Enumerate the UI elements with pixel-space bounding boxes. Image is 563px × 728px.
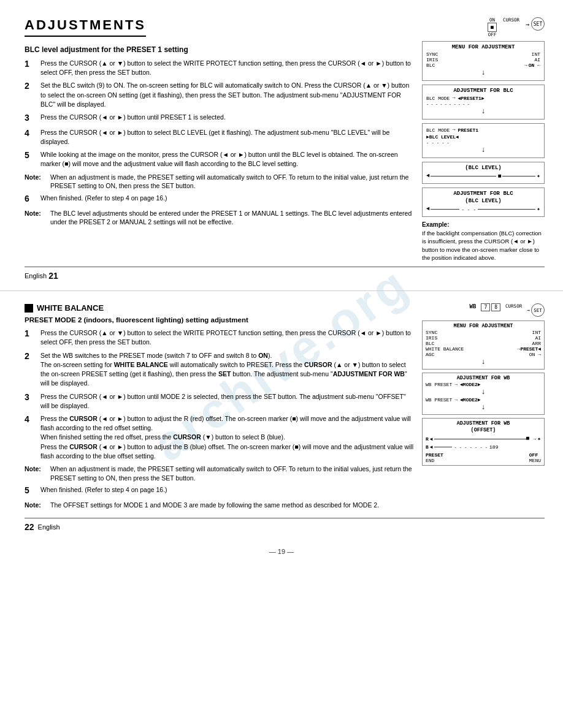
- step6-list: 6 When finished. (Refer to step 4 on pag…: [25, 194, 416, 205]
- wb-step-4: 4 Press the CURSOR (◄ or ►) button to ad…: [25, 414, 416, 461]
- wb-note-1: Note: When an adjustment is made, the PR…: [25, 464, 416, 482]
- wb-step-5: 5 When finished. (Refer to step 4 on pag…: [25, 485, 416, 497]
- step-num-6: 6: [25, 193, 37, 205]
- wb-step-text-4: Press the CURSOR (◄ or ►) button to adju…: [40, 414, 416, 461]
- wb-preset-row1: WB PRESET→◄MODE2►: [426, 382, 541, 387]
- step-5: 5 While looking at the image on the moni…: [25, 150, 416, 169]
- step-2: 2 Set the BLC switch (9) to ON. The on-s…: [25, 81, 416, 109]
- r-slider-row: R ◄ ■ → ✦: [426, 435, 541, 442]
- set-circle-wb: SET: [531, 303, 545, 317]
- wb-section-title: WHITE BALANCE: [25, 303, 416, 313]
- arrow-down-1: ↓: [426, 69, 540, 77]
- blc-level-box: (BLC LEVEL) ◄ ■ ✦: [422, 162, 545, 184]
- wb-arrow-down-3: ↓: [426, 404, 541, 411]
- wb-menu-adj-box: MENU FOR ADJUSTMENT SYNCINT IRISAI BLCAR…: [422, 320, 545, 370]
- step-3: 3 Press the CURSOR (◄ or ►) button until…: [25, 113, 416, 124]
- wb-instruction-list: 1 Press the CURSOR (▲ or ▼) button to se…: [25, 328, 416, 461]
- example-label: Example:: [422, 221, 449, 228]
- wb-on: ON →: [483, 352, 541, 357]
- wb-sub-heading: PRESET MODE 2 (indoors, fluorescent ligh…: [25, 316, 416, 324]
- example-text: If the backlight compensation (BLC) corr…: [422, 230, 542, 261]
- wb-wb: WHITE BALANCE: [426, 346, 483, 352]
- step-4: 4 Press the CURSOR (◄ or ►) button to se…: [25, 128, 416, 146]
- note-1: Note: When an adjustment is made, the PR…: [25, 173, 416, 191]
- left-col-bottom: WHITE BALANCE PRESET MODE 2 (indoors, fl…: [25, 303, 416, 513]
- int-label: INT: [483, 51, 540, 57]
- page-container: archive.org ADJUSTMENTS BLC level adjust…: [0, 0, 563, 728]
- adj-wb-label: ADJUSTMENT FOR WB: [426, 375, 541, 381]
- page-num-top: 21: [48, 271, 58, 281]
- step-text-5: While looking at the image on the monito…: [40, 150, 416, 169]
- right-col-bottom: WB 7 8 CURSOR → SET MENU FOR ADJUSTMENT: [422, 303, 545, 513]
- arrow-down-2: ↓: [426, 108, 540, 115]
- example-block: Example: If the backlight compensation (…: [422, 221, 545, 262]
- blc-level-sub-label: (BLC LEVEL): [426, 198, 540, 204]
- step-text-6: When finished. (Refer to step 4 on page …: [40, 194, 416, 205]
- note-bottom-text-1: The BLC level adjustments should be ente…: [50, 209, 416, 227]
- wb-blc-m: BLC: [426, 341, 483, 346]
- preset-end-block: PRESET END: [426, 452, 443, 463]
- wb-arr: ARR: [483, 341, 541, 346]
- instruction-list-top: 1 Press the CURSOR (▲ or ▼) button to se…: [25, 59, 416, 169]
- right-col-top: ON ■ OFF CURSOR → SET MENU FOR ADJUSTMEN…: [422, 17, 545, 262]
- page-title: ADJUSTMENTS: [25, 17, 146, 37]
- blc-level-label: (BLC LEVEL): [426, 165, 540, 171]
- off-menu-block: OFF MENU: [529, 452, 541, 463]
- step-num-1: 1: [25, 58, 37, 77]
- wb-step-1: 1 Press the CURSOR (▲ or ▼) button to se…: [25, 328, 416, 347]
- note-label-1: Note:: [25, 173, 48, 191]
- step-text-2: Set the BLC switch (9) to ON. The on-scr…: [40, 81, 416, 109]
- cursor-label-top: CURSOR: [503, 17, 519, 23]
- center-page-num: — 19 —: [0, 542, 563, 560]
- note-bottom-1: Note: The BLC level adjustments should b…: [25, 209, 416, 227]
- adj-wb-offset-label: ADJUSTMENT FOR WB: [426, 420, 541, 427]
- step-num-3: 3: [25, 112, 37, 124]
- wb-preset-row2: WB PRESET→◄MODE2►: [426, 397, 541, 403]
- wb-title-text: WHITE BALANCE: [37, 303, 104, 313]
- page-num-bar-top: English 21: [25, 267, 545, 284]
- page-num-bottom-suffix: English: [38, 523, 60, 531]
- page-num-bottom-num: 22: [25, 522, 34, 532]
- sw7: 7: [481, 303, 490, 311]
- preset-end-row: PRESET END OFF MENU: [426, 452, 541, 463]
- adj-blc-box: ADJUSTMENT FOR BLC BLC MODE → ◄PRESET1► …: [422, 85, 545, 119]
- wb-step-num-1: 1: [25, 328, 37, 347]
- page-num-prefix-top: English: [25, 272, 47, 279]
- bottom-section: WHITE BALANCE PRESET MODE 2 (indoors, fl…: [0, 291, 563, 542]
- wb-step-3: 3 Press the CURSOR (◄ or ►) button until…: [25, 392, 416, 411]
- blc-mode-row: BLC MODE → ◄PRESET1►: [426, 95, 540, 101]
- page-num-bar-bottom: 22 English: [25, 518, 545, 536]
- wb-iris: IRIS: [426, 335, 483, 341]
- blc-mode-row2: BLC MODE → PRESET1: [426, 127, 540, 133]
- menu-adj-label: MENU FOR ADJUSTMENT: [426, 44, 540, 50]
- wb-top-diagram: WB 7 8 CURSOR → SET: [422, 303, 545, 317]
- wb-step-text-3: Press the CURSOR (◄ or ►) button until M…: [40, 392, 416, 411]
- wb-step-num-5: 5: [25, 485, 37, 497]
- wb-arrow-down-2: ↓: [426, 389, 541, 396]
- wb-step-text-5: When finished. (Refer to step 4 on page …: [40, 485, 416, 497]
- top-section: ADJUSTMENTS BLC level adjustment for the…: [0, 0, 563, 291]
- note-bottom-label-1: Note:: [25, 209, 48, 227]
- wb-int: INT: [483, 330, 541, 335]
- blc-level-row: ►BLC LEVEL◄: [426, 134, 540, 140]
- wb-arrow-down-1: ↓: [426, 358, 541, 366]
- blc-slider-row: ◄ ■ ✦: [426, 172, 540, 180]
- wb-cursor-arrow: → SET: [527, 303, 545, 317]
- blc-label: BLC: [426, 63, 483, 68]
- adj-blc-label: ADJUSTMENT FOR BLC: [426, 88, 540, 94]
- wb-step-num-3: 3: [25, 392, 37, 411]
- wb-step5-list: 5 When finished. (Refer to step 4 on pag…: [25, 485, 416, 497]
- blc-dashes: - - - - - - - - - -: [426, 102, 540, 107]
- step-text-1: Press the CURSOR (▲ or ▼) button to sele…: [40, 59, 416, 77]
- wb-step-num-2: 2: [25, 351, 37, 389]
- cursor-wb-label: CURSOR: [505, 303, 522, 309]
- iris-label: IRIS: [426, 57, 483, 63]
- wb-label: WB: [470, 303, 477, 309]
- wb-switches: 7 8: [481, 303, 500, 311]
- wb-step-text-2: Set the WB switches to the PRESET mode (…: [40, 351, 416, 389]
- blc-preset1-box: BLC MODE → PRESET1 ►BLC LEVEL◄ - - - - -…: [422, 123, 545, 158]
- wb-note-2: Note: The OFFSET settings for MODE 1 and…: [25, 501, 416, 510]
- note-text-1: When an adjustment is made, the PRESET s…: [50, 173, 416, 191]
- wb-agc: AGC: [426, 352, 483, 357]
- on-arrow-row: →ON ←: [483, 63, 540, 68]
